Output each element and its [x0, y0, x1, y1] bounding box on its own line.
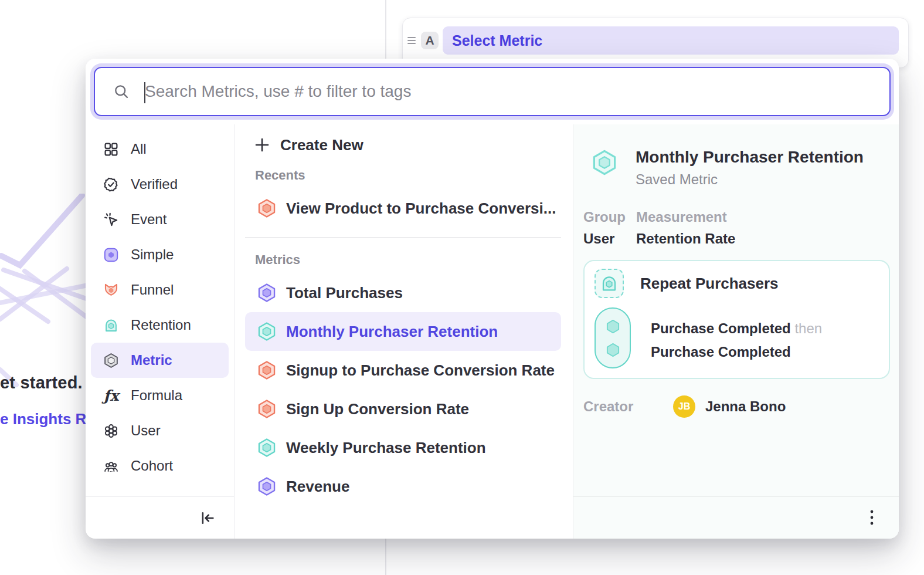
sidebar-item-cohort[interactable]: Cohort [91, 448, 229, 483]
search-icon [113, 83, 130, 100]
hexagon-icon [605, 319, 621, 334]
grid-icon [103, 141, 119, 157]
hexagon-icon [257, 476, 277, 496]
repeat-purchasers-card: Repeat Purchasers Purchase Completed the… [583, 260, 890, 379]
metric-hexagon-icon [103, 353, 119, 368]
sidebar-item-label: Simple [131, 246, 174, 263]
sidebar-item-user[interactable]: User [91, 413, 229, 448]
metric-item-signup-to-purchase-conversion[interactable]: Signup to Purchase Conversion Rate [245, 351, 561, 390]
metric-item-sign-up-conversion-rate[interactable]: Sign Up Conversion Rate [245, 390, 561, 428]
simple-metric-icon [103, 247, 119, 263]
retention-step-1: Purchase Completed then [651, 317, 822, 340]
sidebar-item-simple[interactable]: Simple [91, 237, 229, 272]
metric-item-label: View Product to Purchase Conversi... [286, 199, 556, 218]
create-new-label: Create New [280, 136, 364, 154]
metric-item-monthly-purchaser-retention[interactable]: Monthly Purchaser Retention [245, 312, 561, 351]
creator-avatar: JB [673, 395, 695, 418]
metric-detail-panel: Monthly Purchaser Retention Saved Metric… [573, 124, 899, 539]
recent-metric-item[interactable]: View Product to Purchase Conversi... [245, 189, 561, 228]
repeat-purchasers-title: Repeat Purchasers [640, 275, 779, 293]
sidebar-item-label: All [131, 141, 147, 157]
text-cursor [144, 82, 145, 103]
metric-block-badge[interactable]: A [421, 32, 439, 49]
retention-step-2: Purchase Completed [651, 340, 822, 364]
sidebar-item-label: Formula [131, 387, 182, 404]
background-chart-lines-decoration [0, 194, 89, 393]
hexagon-icon [257, 198, 277, 218]
user-cluster-icon [103, 423, 119, 439]
metric-item-label: Total Purchases [286, 284, 403, 302]
creator-label: Creator [583, 398, 673, 415]
sidebar-item-event[interactable]: Event [91, 202, 229, 237]
search-box [94, 67, 891, 116]
verified-badge-icon [103, 177, 119, 192]
sidebar-item-formula[interactable]: ƒx Formula [91, 378, 229, 413]
sidebar-item-label: Cohort [131, 458, 173, 474]
sidebar-item-label: Metric [131, 352, 172, 368]
creator-name: Jenna Bono [705, 398, 786, 415]
recents-header: Recents [255, 168, 561, 183]
drag-handle-icon[interactable] [406, 35, 417, 46]
metric-detail-subtitle: Saved Metric [636, 171, 864, 188]
sidebar-item-metric[interactable]: Metric [91, 343, 229, 378]
event-cursor-icon [103, 212, 119, 228]
measurement-label: Measurement [636, 209, 735, 225]
sidebar-item-label: Verified [131, 176, 178, 192]
filter-sidebar: All Verified [86, 124, 235, 539]
sidebar-item-label: Retention [131, 317, 191, 333]
sidebar-item-retention[interactable]: Retention [91, 307, 229, 343]
metric-item-label: Monthly Purchaser Retention [286, 323, 498, 341]
cohort-people-icon [103, 458, 119, 474]
sidebar-item-funnel[interactable]: Funnel [91, 272, 229, 307]
metric-item-total-purchases[interactable]: Total Purchases [245, 273, 561, 312]
kebab-menu-icon[interactable] [864, 508, 880, 528]
measurement-value: Retention Rate [636, 231, 735, 247]
hexagon-icon [257, 360, 277, 380]
sidebar-item-label: Event [131, 211, 167, 228]
metric-picker-modal: All Verified [86, 59, 899, 539]
retention-icon [103, 317, 119, 333]
metric-item-label: Revenue [286, 478, 349, 496]
sidebar-item-all[interactable]: All [91, 131, 229, 167]
hexagon-icon [257, 322, 277, 341]
metric-item-label: Signup to Purchase Conversion Rate [286, 361, 555, 380]
formula-fx-icon: ƒx [103, 388, 119, 404]
metric-item-revenue[interactable]: Revenue [245, 467, 561, 506]
hexagon-icon [257, 438, 277, 458]
retention-dashed-icon [595, 269, 624, 298]
hexagon-icon [257, 283, 277, 303]
metric-item-label: Sign Up Conversion Rate [286, 400, 469, 418]
step-connector: then [794, 320, 822, 336]
metric-detail-hexagon-icon [591, 149, 618, 176]
metrics-header: Metrics [255, 252, 561, 268]
hexagon-icon [605, 342, 621, 358]
select-metric-button[interactable]: Select Metric [443, 26, 899, 55]
sidebar-item-verified[interactable]: Verified [91, 167, 229, 202]
create-new-button[interactable]: Create New [245, 127, 561, 163]
search-input[interactable] [145, 82, 878, 101]
sidebar-footer [86, 496, 234, 539]
sidebar-item-label: User [131, 422, 161, 439]
plus-icon [253, 136, 271, 154]
retention-steps-pill [595, 307, 631, 368]
metric-item-label: Weekly Purchase Retention [286, 439, 486, 457]
metric-item-weekly-purchase-retention[interactable]: Weekly Purchase Retention [245, 428, 561, 467]
collapse-sidebar-icon[interactable] [199, 509, 216, 527]
background-partial-heading: et started. [0, 373, 83, 393]
detail-footer [573, 496, 899, 539]
funnel-icon [103, 282, 119, 298]
group-label: Group [583, 209, 636, 225]
background-insights-report-link[interactable]: e Insights Re [0, 410, 95, 428]
group-value: User [583, 231, 636, 247]
sidebar-item-label: Funnel [131, 282, 174, 298]
hexagon-icon [257, 399, 277, 419]
metric-list-panel: Create New Recents View Product to Purch… [235, 124, 573, 539]
metric-detail-title: Monthly Purchaser Retention [636, 148, 864, 167]
section-divider [245, 237, 561, 238]
